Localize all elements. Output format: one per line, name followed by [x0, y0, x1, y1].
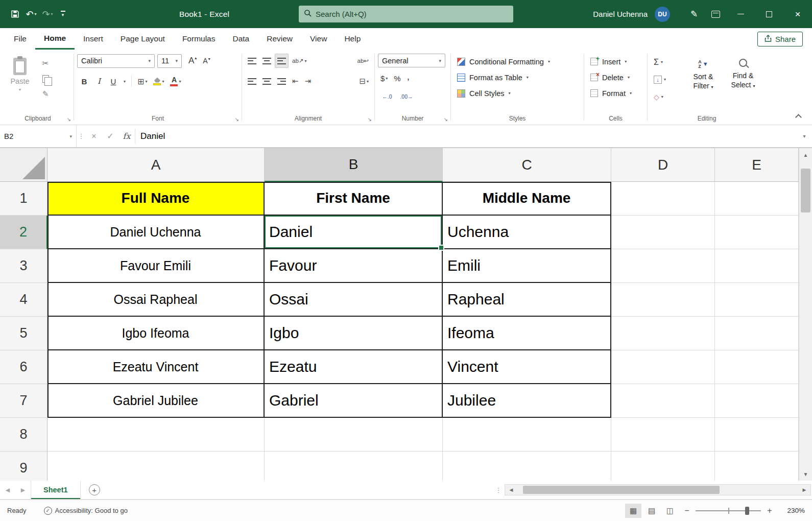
cell-C3[interactable]: Emili	[443, 249, 611, 283]
sort-filter-button[interactable]: AZ ▼ Sort & Filter ▾	[683, 54, 723, 112]
row-header-5[interactable]: 5	[0, 317, 47, 350]
collapse-ribbon-icon[interactable]	[795, 114, 802, 121]
zoom-level[interactable]: 230%	[778, 507, 805, 514]
orientation-button[interactable]: ab↗▾	[290, 54, 309, 68]
horizontal-scroll-thumb[interactable]	[523, 486, 720, 494]
format-painter-icon[interactable]: ✎	[38, 87, 53, 101]
cell-B7[interactable]: Gabriel	[265, 384, 443, 418]
italic-button[interactable]: I	[92, 74, 106, 88]
cell-B6[interactable]: Ezeatu	[265, 350, 443, 384]
scroll-right-icon[interactable]: ▶	[798, 485, 810, 495]
search-input[interactable]	[316, 10, 508, 18]
cell-A7[interactable]: Gabriel Jubilee	[47, 384, 265, 418]
row-header-9[interactable]: 9	[0, 452, 47, 481]
cell-C7[interactable]: Jubilee	[443, 384, 611, 418]
add-sheet-button[interactable]: +	[89, 484, 100, 495]
merge-center-button[interactable]: ⊟▾	[356, 74, 371, 88]
view-page-layout-button[interactable]: ▤	[643, 504, 660, 518]
cancel-icon[interactable]: ×	[86, 125, 102, 147]
zoom-slider[interactable]	[696, 504, 761, 517]
wrap-text-button[interactable]: ab↩	[355, 54, 371, 68]
select-all-corner[interactable]	[0, 148, 47, 182]
tab-help[interactable]: Help	[336, 28, 369, 50]
cell-E2[interactable]	[715, 216, 799, 249]
zoom-slider-thumb[interactable]	[745, 507, 749, 515]
cell-C6[interactable]: Vincent	[443, 350, 611, 384]
vertical-scrollbar[interactable]: ▲ ▼	[799, 148, 812, 481]
fill-button[interactable]: ↓▾	[651, 72, 683, 87]
cell-E5[interactable]	[715, 317, 799, 350]
vertical-scroll-thumb[interactable]	[801, 169, 810, 212]
ribbon-display-options-icon[interactable]	[705, 0, 726, 28]
maximize-button[interactable]	[755, 0, 783, 28]
pen-icon[interactable]: ✎	[683, 0, 705, 28]
align-left-button[interactable]	[245, 74, 259, 88]
cell-C4[interactable]: Rapheal	[443, 283, 611, 317]
cell-D7[interactable]	[611, 384, 715, 418]
tab-page-layout[interactable]: Page Layout	[112, 28, 174, 50]
cell-A8[interactable]	[47, 418, 265, 452]
align-top-button[interactable]	[245, 54, 259, 68]
sheet-tab-sheet1[interactable]: Sheet1	[31, 481, 81, 499]
paste-button[interactable]: Paste ▾	[5, 54, 35, 110]
copy-icon[interactable]	[38, 72, 53, 85]
name-box-resize-handle[interactable]: ⋮	[77, 125, 86, 147]
minimize-button[interactable]	[726, 0, 755, 28]
cell-B2[interactable]: Daniel	[265, 216, 443, 249]
cell-A1[interactable]: Full Name	[47, 182, 265, 216]
font-dialog-launcher-icon[interactable]: ↘	[235, 117, 239, 122]
formula-input[interactable]	[135, 125, 797, 147]
horizontal-scrollbar[interactable]: ◀ ▶	[505, 484, 811, 495]
font-name-select[interactable]: Calibri▾	[77, 54, 155, 68]
cell-D5[interactable]	[611, 317, 715, 350]
row-header-8[interactable]: 8	[0, 418, 47, 452]
cell-B3[interactable]: Favour	[265, 249, 443, 283]
view-normal-button[interactable]: ▦	[625, 504, 641, 518]
cell-B1[interactable]: First Name	[265, 182, 443, 216]
save-icon[interactable]	[7, 6, 22, 22]
cell-A4[interactable]: Ossai Rapheal	[47, 283, 265, 317]
accounting-format-button[interactable]: $▾	[378, 71, 390, 85]
cell-B8[interactable]	[265, 418, 443, 452]
redo-button[interactable]: ↷▾	[40, 6, 55, 22]
decrease-decimal-button[interactable]: .00→	[397, 89, 416, 104]
tab-home[interactable]: Home	[35, 28, 75, 50]
cell-D6[interactable]	[611, 350, 715, 384]
cell-E9[interactable]	[715, 452, 799, 481]
view-page-break-button[interactable]: ◫	[662, 504, 678, 518]
font-size-select[interactable]: 11▾	[157, 54, 182, 68]
cell-B4[interactable]: Ossai	[265, 283, 443, 317]
expand-formula-bar-icon[interactable]: ▾	[797, 125, 812, 147]
find-select-button[interactable]: Find & Select ▾	[723, 54, 763, 112]
tab-formulas[interactable]: Formulas	[174, 28, 224, 50]
format-as-table-button[interactable]: Format as Table▾	[454, 69, 581, 85]
column-header-d[interactable]: D	[611, 148, 715, 182]
sheet-nav-left-icon[interactable]: ◀	[0, 487, 15, 493]
insert-function-icon[interactable]: fx	[118, 125, 135, 147]
cell-styles-button[interactable]: Cell Styles▾	[454, 85, 581, 101]
sheet-nav-right-icon[interactable]: ▶	[15, 487, 31, 493]
enter-icon[interactable]: ✓	[102, 125, 118, 147]
column-header-b[interactable]: B	[265, 148, 443, 182]
row-header-2[interactable]: 2	[0, 216, 47, 249]
delete-cells-button[interactable]: × Delete▾	[587, 69, 644, 85]
font-color-button[interactable]: A▾	[168, 74, 183, 88]
clear-button[interactable]: ◇▾	[651, 89, 683, 104]
underline-dropdown[interactable]: ▾	[121, 74, 128, 88]
cell-C8[interactable]	[443, 418, 611, 452]
cell-C9[interactable]	[443, 452, 611, 481]
increase-decimal-button[interactable]: ←.0	[378, 89, 396, 104]
tab-review[interactable]: Review	[258, 28, 301, 50]
row-header-7[interactable]: 7	[0, 384, 47, 418]
insert-cells-button[interactable]: + Insert▾	[587, 54, 644, 69]
column-header-c[interactable]: C	[443, 148, 611, 182]
accessibility-status[interactable]: ✓ Accessibility: Good to go	[44, 507, 128, 515]
align-bottom-button[interactable]	[275, 54, 289, 68]
cell-E6[interactable]	[715, 350, 799, 384]
tab-scroll-splitter[interactable]: ⋮	[492, 486, 505, 494]
tab-data[interactable]: Data	[224, 28, 258, 50]
avatar[interactable]: DU	[655, 7, 670, 22]
align-center-button[interactable]	[260, 74, 274, 88]
user-name[interactable]: Daniel Uchenna	[593, 10, 648, 18]
cell-D9[interactable]	[611, 452, 715, 481]
